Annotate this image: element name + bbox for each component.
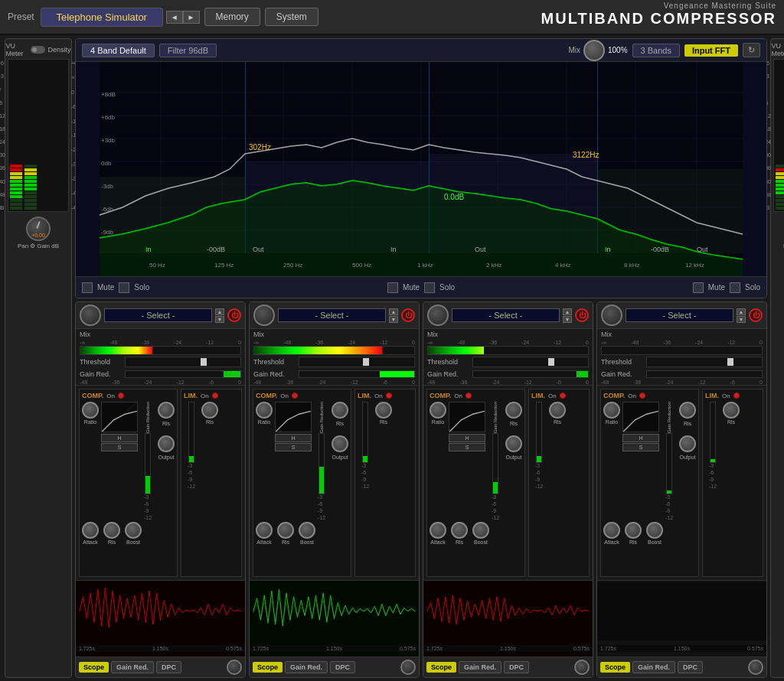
refresh-btn[interactable]: ↻ (743, 43, 760, 57)
band-3-gain-red-btn[interactable]: Gain Red. (459, 661, 501, 673)
band-1-rls-knob[interactable] (158, 402, 175, 419)
comp-4-led[interactable] (639, 393, 645, 399)
band-4-lim-rls-knob[interactable] (723, 402, 740, 419)
input-fft-btn[interactable]: Input FFT (684, 44, 738, 57)
band-2-scope-btn[interactable]: Scope (253, 662, 283, 673)
band-1-attack-knob[interactable] (82, 522, 99, 539)
band-4-rls2-knob[interactable] (625, 522, 642, 539)
band-1-threshold-thumb[interactable] (201, 358, 207, 366)
band-4-power[interactable]: ⏻ (749, 308, 763, 322)
band-1-scope-btn[interactable]: Scope (79, 662, 109, 673)
band-3-dpc-btn[interactable]: DPC (504, 661, 529, 673)
band-2-rls-knob[interactable] (332, 402, 348, 419)
lim-2-led[interactable] (386, 393, 392, 399)
lim-1-led[interactable] (212, 393, 218, 399)
band-1-s-btn[interactable]: S (101, 443, 138, 451)
band-1-boost-knob[interactable] (125, 522, 142, 539)
band-3-scope-btn[interactable]: Scope (426, 662, 456, 673)
band-1-dpc-btn[interactable]: DPC (156, 661, 181, 673)
comp-3-led[interactable] (466, 393, 472, 399)
band-2-nav-down[interactable]: ▼ (389, 316, 398, 323)
band-4-zoom-knob[interactable] (748, 660, 763, 675)
band-4-s-btn[interactable]: S (622, 443, 659, 451)
mute-1-checkbox[interactable] (82, 282, 93, 293)
band-4-knob[interactable] (601, 305, 622, 326)
band-1-gain-red-btn[interactable]: Gain Red. (111, 661, 154, 673)
lim-4-led[interactable] (733, 393, 740, 399)
band-3-boost-knob[interactable] (472, 522, 489, 539)
band-2-output-knob[interactable] (332, 435, 348, 452)
band-4-boost-knob[interactable] (646, 522, 663, 539)
vu-left-toggle[interactable] (31, 46, 44, 54)
band-2-dpc-btn[interactable]: DPC (330, 661, 355, 673)
comp-2-led[interactable] (292, 393, 298, 399)
bands-btn[interactable]: 3 Bands (632, 44, 680, 57)
lim-3-led[interactable] (560, 393, 566, 399)
band-3-power[interactable]: ⏻ (575, 308, 589, 322)
band-1-knob[interactable] (80, 305, 101, 326)
band-3-select[interactable]: - Select - (452, 308, 560, 322)
band-2-zoom-knob[interactable] (400, 660, 416, 675)
memory-button[interactable]: Memory (204, 8, 260, 26)
preset-name-display[interactable]: Telephone Simulator (41, 8, 163, 27)
band-3-attack-knob[interactable] (430, 522, 446, 539)
band-3-knob[interactable] (427, 305, 449, 326)
band-1-power[interactable]: ⏻ (227, 308, 241, 322)
band-2-s-btn[interactable]: S (275, 443, 312, 451)
band-2-select[interactable]: - Select - (278, 308, 386, 322)
solo-2-checkbox[interactable] (424, 282, 435, 293)
comp-1-led[interactable] (118, 393, 124, 399)
preset-prev-btn[interactable]: ◄ (166, 11, 183, 24)
band-3-zoom-knob[interactable] (574, 660, 590, 675)
band-4-threshold-thumb[interactable] (727, 358, 733, 366)
band-2-rls2-knob[interactable] (277, 522, 294, 539)
band-1-rls2-knob[interactable] (103, 522, 120, 539)
band-4-attack-knob[interactable] (603, 522, 620, 539)
band-3-nav-down[interactable]: ▼ (563, 316, 572, 323)
band-1-lim-rls-knob[interactable] (201, 402, 218, 419)
band-3-h-btn[interactable]: H (449, 434, 485, 442)
band-2-gain-red-btn[interactable]: Gain Red. (285, 661, 328, 673)
band-2-threshold-slider[interactable] (299, 357, 415, 367)
band-4-rls-knob[interactable] (679, 402, 696, 419)
band-1-output-knob[interactable] (158, 435, 175, 452)
band-4-nav-down[interactable]: ▼ (737, 316, 746, 323)
band-1-zoom-knob[interactable] (227, 660, 242, 675)
band-4-nav-up[interactable]: ▲ (737, 308, 746, 315)
band-default-btn[interactable]: 4 Band Default (82, 44, 155, 57)
mute-2-checkbox[interactable] (387, 282, 398, 293)
band-4-ratio-knob[interactable] (603, 402, 620, 419)
band-2-lim-rls-knob[interactable] (375, 402, 392, 419)
band-4-h-btn[interactable]: H (622, 434, 659, 442)
band-4-dpc-btn[interactable]: DPC (678, 661, 703, 673)
band-3-rls2-knob[interactable] (451, 522, 468, 539)
band-3-lim-rls-knob[interactable] (549, 402, 566, 419)
band-4-output-knob[interactable] (679, 435, 696, 452)
band-2-knob[interactable] (253, 305, 275, 326)
mix-knob[interactable] (583, 40, 605, 61)
band-1-threshold-slider[interactable] (125, 357, 241, 367)
mute-3-checkbox[interactable] (693, 282, 704, 293)
band-2-ratio-knob[interactable] (256, 402, 273, 419)
band-1-nav-down[interactable]: ▼ (215, 316, 224, 323)
band-3-s-btn[interactable]: S (449, 443, 485, 451)
band-1-h-btn[interactable]: H (101, 434, 138, 442)
band-2-threshold-thumb[interactable] (363, 358, 369, 366)
system-button[interactable]: System (265, 8, 318, 26)
band-2-boost-knob[interactable] (299, 522, 315, 539)
band-4-gain-red-btn[interactable]: Gain Red. (632, 661, 675, 673)
band-3-ratio-knob[interactable] (430, 402, 446, 419)
vu-left-main-knob[interactable]: +0.00 (26, 217, 51, 241)
band-1-select[interactable]: - Select - (104, 308, 212, 322)
band-3-rls-knob[interactable] (505, 402, 522, 419)
band-3-nav-up[interactable]: ▲ (563, 308, 572, 315)
band-2-h-btn[interactable]: H (275, 434, 312, 442)
solo-3-checkbox[interactable] (730, 282, 740, 293)
band-1-nav-up[interactable]: ▲ (215, 308, 224, 315)
band-3-threshold-slider[interactable] (472, 357, 589, 367)
band-3-threshold-thumb[interactable] (548, 358, 554, 366)
preset-next-btn[interactable]: ► (183, 11, 200, 24)
band-2-power[interactable]: ⏻ (401, 308, 415, 322)
band-2-attack-knob[interactable] (256, 522, 273, 539)
band-1-ratio-knob[interactable] (82, 402, 99, 419)
